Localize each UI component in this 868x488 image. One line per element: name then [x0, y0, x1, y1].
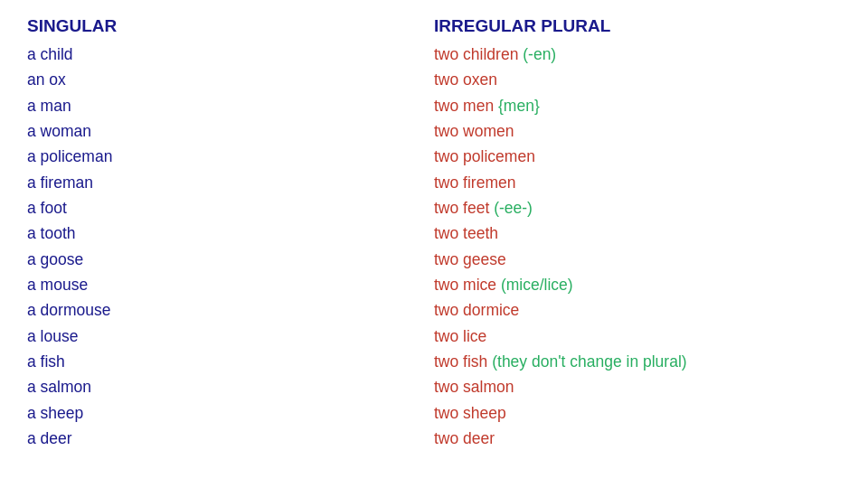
plural-main-text: two fish [434, 352, 487, 371]
plural-main-text: two mice [434, 276, 496, 294]
plural-list-item: two women [434, 118, 841, 144]
plural-note: (-en) [518, 45, 556, 63]
singular-header: SINGULAR [27, 16, 434, 36]
singular-list-item: a child [27, 42, 434, 67]
plural-main-text: two geese [434, 250, 506, 268]
singular-list-item: a salmon [27, 374, 434, 399]
plural-list-item: two fish (they don't change in plural) [434, 349, 841, 374]
plural-main-text: two firemen [434, 174, 515, 192]
singular-list-item: a mouse [27, 272, 434, 297]
plural-header: IRREGULAR PLURAL [434, 16, 841, 36]
plural-list-item: two feet (-ee-) [434, 195, 841, 221]
plural-list-item: two lice [434, 324, 841, 349]
singular-list-item: a policeman [27, 144, 434, 169]
plural-main-text: two deer [434, 429, 495, 447]
plural-main-text: two oxen [434, 70, 497, 89]
plural-list: two children (-en)two oxentwo men {men}t… [434, 42, 841, 452]
plural-list-item: two salmon [434, 374, 841, 399]
plural-main-text: two teeth [434, 224, 498, 242]
plural-note: (mice/lice) [496, 276, 573, 294]
plural-list-item: two geese [434, 247, 841, 272]
singular-list-item: a woman [27, 118, 434, 144]
singular-list-item: a fish [27, 349, 434, 374]
plural-note: (-ee-) [489, 199, 533, 217]
singular-list-item: a man [27, 93, 434, 118]
singular-list-item: a tooth [27, 221, 434, 246]
plural-list-item: two teeth [434, 221, 841, 246]
plural-list-item: two oxen [434, 67, 841, 92]
singular-list-item: a foot [27, 195, 434, 221]
plural-main-text: two sheep [434, 404, 506, 422]
singular-list-item: a sheep [27, 400, 434, 426]
plural-note: (they don't change in plural) [487, 352, 686, 371]
plural-main-text: two lice [434, 327, 486, 345]
plural-main-text: two men [434, 97, 494, 115]
singular-list-item: a fireman [27, 170, 434, 195]
singular-list-item: a dormouse [27, 297, 434, 323]
plural-list-item: two children (-en) [434, 42, 841, 67]
singular-list-item: a deer [27, 426, 434, 451]
plural-list-item: two firemen [434, 170, 841, 195]
plural-column: IRREGULAR PLURAL two children (-en)two o… [434, 16, 841, 452]
plural-list-item: two dormice [434, 297, 841, 323]
plural-note: {men} [494, 97, 540, 115]
plural-main-text: two women [434, 122, 514, 140]
singular-list-item: a goose [27, 247, 434, 272]
plural-list-item: two mice (mice/lice) [434, 272, 841, 297]
singular-list-item: an ox [27, 67, 434, 92]
plural-main-text: two dormice [434, 301, 519, 319]
singular-list-item: a louse [27, 324, 434, 349]
plural-list-item: two deer [434, 426, 841, 451]
plural-main-text: two feet [434, 199, 489, 217]
plural-list-item: two sheep [434, 400, 841, 426]
plural-list-item: two men {men} [434, 93, 841, 118]
singular-list: a childan oxa mana womana policemana fir… [27, 42, 434, 452]
plural-main-text: two policemen [434, 147, 535, 165]
plural-list-item: two policemen [434, 144, 841, 169]
plural-main-text: two salmon [434, 378, 514, 396]
singular-column: SINGULAR a childan oxa mana womana polic… [27, 16, 434, 452]
main-columns: SINGULAR a childan oxa mana womana polic… [27, 16, 841, 452]
plural-main-text: two children [434, 45, 518, 63]
